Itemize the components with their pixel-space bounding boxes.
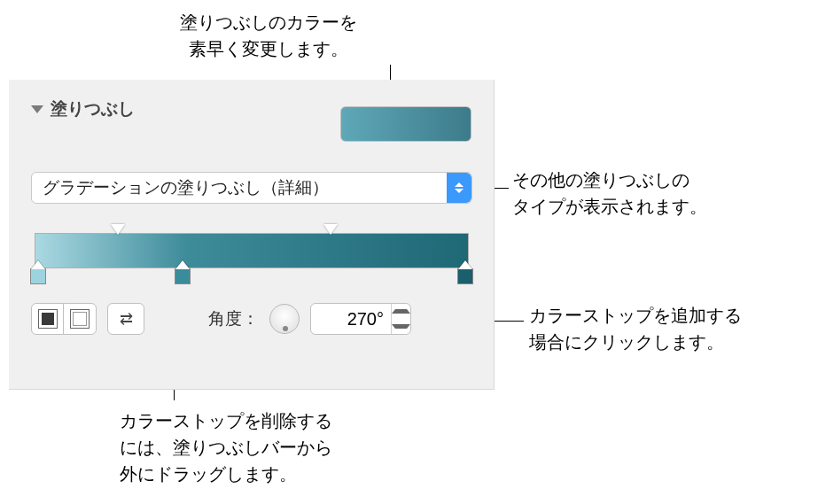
fill-inspector-panel: 塗りつぶし グラデーションの塗りつぶし（詳細） ⇄ 角度： [9, 80, 495, 390]
stop-color-dark-button[interactable] [32, 304, 64, 334]
stepper-up-icon [392, 304, 410, 319]
gradient-midpoint[interactable] [111, 224, 125, 235]
gradient-controls-row: ⇄ 角度： [31, 303, 471, 335]
callout-add-stop: カラーストップを追加する場合にクリックします。 [529, 302, 742, 355]
reverse-gradient-button[interactable]: ⇄ [107, 303, 144, 335]
fill-section-title: 塗りつぶし [51, 97, 135, 120]
gradient-color-stop[interactable] [457, 268, 473, 284]
gradient-editor [31, 230, 472, 275]
callout-fill-types: その他の塗りつぶしのタイプが表示されます。 [512, 167, 707, 220]
select-stepper-icon [447, 173, 471, 203]
gradient-midpoint[interactable] [323, 224, 338, 235]
fill-color-well[interactable] [340, 106, 471, 142]
gradient-color-stop[interactable] [175, 268, 191, 284]
disclosure-triangle-icon [31, 105, 43, 113]
callout-change-color: 塗りつぶしのカラーを素早く変更します。 [153, 9, 384, 62]
angle-indicator-icon [283, 326, 288, 331]
angle-field [310, 303, 411, 335]
angle-label: 角度： [208, 307, 259, 330]
gradient-color-stop[interactable] [30, 268, 46, 284]
fill-type-value: グラデーションの塗りつぶし（詳細） [43, 176, 329, 199]
callout-delete-stop: カラーストップを削除するには、塗りつぶしバーから外にドラッグします。 [120, 407, 332, 487]
stop-color-light-button[interactable] [64, 304, 96, 334]
angle-stepper[interactable] [391, 304, 410, 334]
stop-color-wells [31, 303, 97, 335]
gradient-bar[interactable] [35, 233, 469, 268]
angle-dial[interactable] [269, 304, 300, 334]
fill-type-select[interactable]: グラデーションの塗りつぶし（詳細） [31, 172, 472, 204]
stepper-down-icon [392, 319, 410, 334]
angle-input[interactable] [311, 309, 391, 330]
swap-arrows-icon: ⇄ [120, 309, 133, 329]
